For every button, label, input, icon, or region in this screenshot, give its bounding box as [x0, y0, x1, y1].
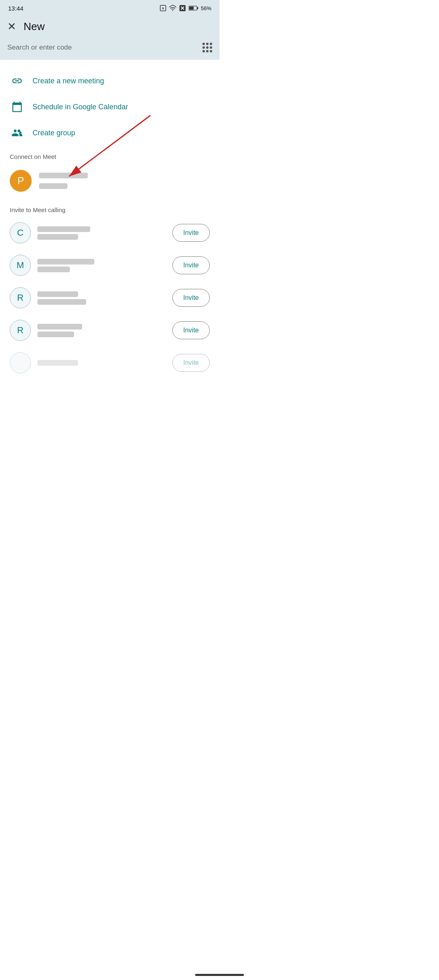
- invite-item-m: M Invite: [0, 249, 220, 282]
- menu-item-create-group[interactable]: Create group: [0, 120, 220, 146]
- create-group-label: Create group: [33, 129, 75, 137]
- close-button[interactable]: ✕: [7, 20, 16, 33]
- svg-text:N: N: [162, 7, 164, 10]
- menu-item-new-meeting[interactable]: Create a new meeting: [0, 68, 220, 94]
- invite-item-r2: R Invite: [0, 314, 220, 347]
- invite-info-m: [37, 259, 166, 272]
- avatar-p: P: [10, 170, 32, 192]
- connect-contact-item[interactable]: P: [0, 164, 220, 197]
- invite-info-partial: [37, 360, 166, 366]
- invite-info-r2: [37, 324, 166, 337]
- invite-section-header: Invite to Meet calling: [0, 197, 220, 217]
- svg-rect-7: [197, 7, 198, 9]
- connect-contact-info: [39, 173, 88, 189]
- grid-icon[interactable]: [202, 43, 212, 52]
- header: ✕ New: [0, 16, 220, 39]
- invite-info-c: [37, 226, 166, 240]
- nfc-icon: N: [159, 4, 167, 12]
- search-bar: Search or enter code: [0, 39, 220, 60]
- invite-item-r1: R Invite: [0, 282, 220, 314]
- page-title: New: [24, 20, 45, 33]
- invite-button-partial[interactable]: Invite: [172, 354, 210, 372]
- avatar-partial: [10, 352, 31, 373]
- invite-button-m[interactable]: Invite: [172, 256, 210, 274]
- new-meeting-label: Create a new meeting: [33, 77, 104, 85]
- invite-item-c: C Invite: [0, 217, 220, 249]
- group-add-icon: [10, 127, 24, 139]
- status-time: 13:44: [8, 5, 24, 12]
- invite-button-r1[interactable]: Invite: [172, 289, 210, 307]
- avatar-c: C: [10, 222, 31, 243]
- connect-section-header: Connect on Meet: [0, 146, 220, 164]
- wifi-icon: [169, 4, 176, 12]
- invite-button-r2[interactable]: Invite: [172, 321, 210, 339]
- link-icon: [10, 75, 24, 87]
- content: Create a new meeting Schedule in Google …: [0, 60, 220, 379]
- invite-info-r1: [37, 291, 166, 305]
- avatar-r2: R: [10, 320, 31, 341]
- battery-icon: [189, 5, 198, 11]
- schedule-calendar-label: Schedule in Google Calendar: [33, 103, 128, 111]
- svg-rect-8: [189, 7, 193, 10]
- invite-button-c[interactable]: Invite: [172, 224, 210, 242]
- svg-point-2: [172, 10, 173, 11]
- avatar-m: M: [10, 255, 31, 276]
- battery-percent: 56%: [201, 5, 211, 11]
- invite-item-partial: Invite: [0, 347, 220, 379]
- search-input[interactable]: Search or enter code: [7, 43, 202, 52]
- avatar-r1: R: [10, 287, 31, 308]
- mute-icon: [179, 4, 186, 12]
- status-icons: N 56%: [159, 4, 211, 12]
- calendar-icon: [10, 101, 24, 113]
- status-bar: 13:44 N 56%: [0, 0, 220, 16]
- menu-item-schedule-calendar[interactable]: Schedule in Google Calendar: [0, 94, 220, 120]
